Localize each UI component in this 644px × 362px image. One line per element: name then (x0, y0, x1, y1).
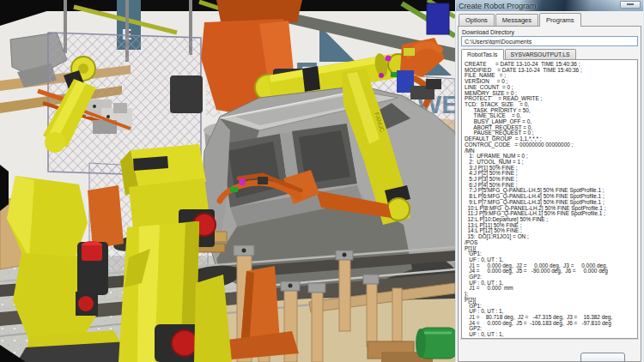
panel-body: Options Messages Programs Download Direc… (456, 11, 643, 362)
programs-tab-page: Download Directory RobotTas.ls SYSVARSOU… (458, 26, 641, 362)
tab-programs[interactable]: Programs (539, 13, 581, 27)
program-listing[interactable]: CREATE = DATE 13-10-24 TIME 15:40:36 ;MO… (461, 59, 638, 339)
window-titlebar[interactable]: Create Robot Program (456, 0, 643, 11)
window-control-button[interactable] (620, 1, 641, 9)
window-control-icon (627, 3, 634, 5)
file-tab-robottas[interactable]: RobotTas.ls (461, 49, 504, 60)
tab-messages[interactable]: Messages (495, 14, 538, 26)
partial-button[interactable] (580, 353, 625, 361)
file-tab-strip: RobotTas.ls SYSVARSOUTPUT.LS (460, 49, 639, 59)
main-tab-strip: Options Messages Programs (458, 14, 641, 26)
3d-viewport[interactable]: E E WE WE (0, 0, 455, 362)
window-title: Create Robot Program (459, 2, 537, 10)
green-cylinder (416, 328, 455, 359)
panel-footer (460, 339, 639, 361)
create-robot-program-window: Create Robot Program Options Messages Pr… (455, 0, 644, 362)
tab-options[interactable]: Options (459, 14, 495, 26)
app-screen: E E WE WE (0, 0, 644, 362)
download-directory-label: Download Directory (460, 28, 639, 36)
factory-scene: E E WE WE (0, 0, 455, 362)
file-tab-sysvarsoutput[interactable]: SYSVARSOUTPUT.LS (505, 49, 576, 59)
download-directory-input[interactable] (461, 36, 638, 46)
